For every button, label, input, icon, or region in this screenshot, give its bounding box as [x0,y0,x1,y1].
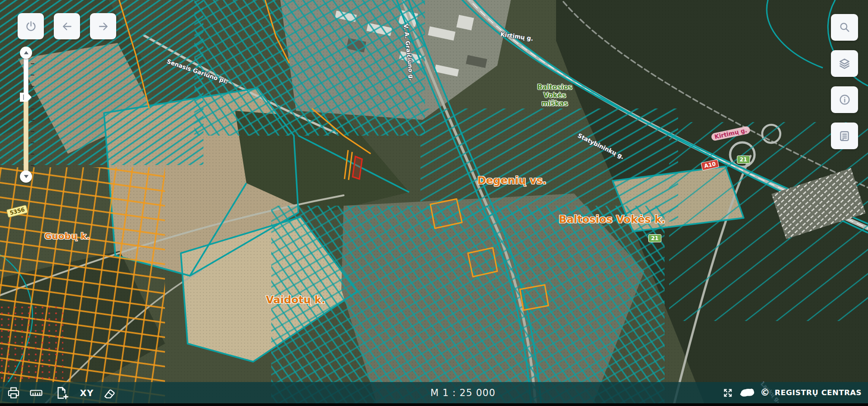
zoom-out-button[interactable] [20,170,32,183]
zoom-tick [31,142,34,143]
printer-icon [7,386,20,400]
zoom-slider-handle-grip [23,94,24,100]
coordinates-button[interactable]: XY [77,382,97,403]
erase-button[interactable] [99,382,119,403]
layers-button[interactable] [831,50,858,77]
add-map-sheet-button[interactable] [51,382,72,403]
zoom-in-button[interactable] [20,47,32,59]
triangle-up-icon [24,51,28,54]
back-button[interactable] [54,13,80,39]
map-scale-label: M 1 : 25 000 [430,382,495,403]
eraser-icon [103,386,116,400]
legend-button[interactable] [831,123,858,149]
bottom-edge-strip [0,403,868,406]
info-button[interactable] [831,86,858,113]
print-button[interactable] [4,382,24,403]
layers-icon [838,57,851,70]
zoom-tick [31,154,34,155]
map-canvas[interactable] [0,0,868,406]
xy-label: XY [80,388,94,398]
road-number-badge: 21 [737,156,750,164]
zoom-tick [31,165,34,166]
zoom-slider-track-upper[interactable] [24,57,28,96]
page-plus-icon [54,386,69,400]
place-label: Baltosios Vokės k. [559,213,665,225]
search-icon [839,21,851,33]
zoom-tick [31,75,34,76]
power-button[interactable] [18,13,44,39]
info-icon [839,94,851,106]
bottom-toolbar: XY M 1 : 25 000 © REGISTRŲ CENTRAS [0,382,868,403]
road-number-badge: 21 [648,234,661,242]
arrow-right-icon [97,20,109,33]
zoom-tick [31,131,34,132]
place-label: Degenių vs. [477,175,547,186]
forward-button[interactable] [90,13,116,39]
zoom-slider-track-lower[interactable] [24,95,28,174]
place-label: Guobų k. [44,231,90,241]
zoom-tick [31,86,34,87]
zoom-tick [31,109,34,109]
ruler-icon [28,386,44,400]
brand-logo-text: REGISTRŲ CENTRAS [775,388,862,397]
measure-button[interactable] [25,382,47,403]
forest-label: Baltosios Vokės miškas [528,83,581,108]
red-dot-parcels [0,304,63,383]
copyright-symbol: © [760,388,770,397]
fullscreen-icon[interactable] [722,387,733,398]
map-viewport[interactable]: Guobų k. Vaidotų k. Degenių vs. Baltosio… [0,0,868,406]
arrow-left-icon [61,20,73,33]
search-button[interactable] [831,14,858,41]
zoom-tick [31,120,34,121]
lithuania-map-icon [738,387,755,399]
zoom-tick [31,63,34,64]
power-icon [25,20,37,33]
place-label: Vaidotų k. [266,294,326,306]
scroll-icon [838,130,851,142]
triangle-down-icon [24,175,28,178]
